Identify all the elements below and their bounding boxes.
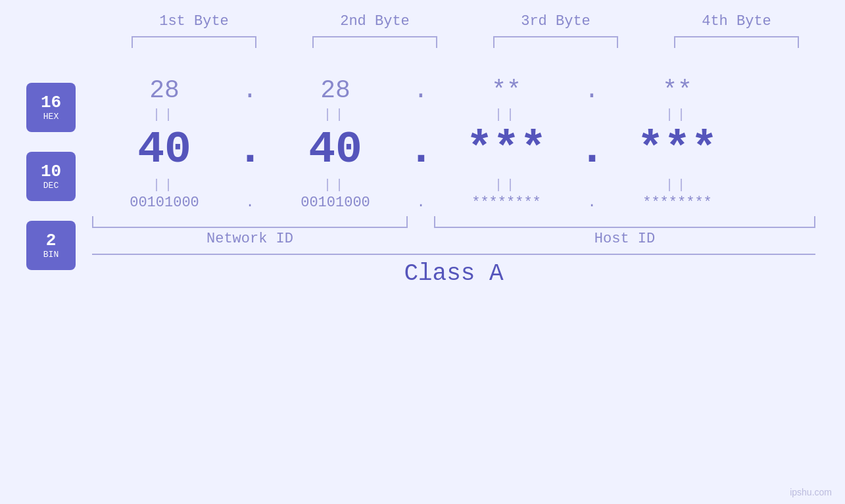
byte-headers: 1st Byte 2nd Byte 3rd Byte 4th Byte bbox=[104, 13, 827, 30]
dec-dot2: . bbox=[408, 124, 434, 175]
bin-byte2: 00101000 bbox=[263, 195, 408, 211]
dec-dot3: . bbox=[579, 124, 605, 175]
host-id-bracket bbox=[434, 216, 815, 228]
dec-badge: 10 DEC bbox=[26, 152, 76, 201]
hex-num: 16 bbox=[41, 93, 61, 112]
hex-byte1: 28 bbox=[92, 76, 237, 104]
class-label: Class A bbox=[92, 260, 815, 287]
hex-byte4: ** bbox=[605, 76, 750, 104]
class-divider bbox=[92, 254, 815, 255]
dec-row: 40 . 40 . *** . *** bbox=[92, 124, 845, 175]
byte4-header: 4th Byte bbox=[664, 13, 809, 30]
dec-byte3: *** bbox=[434, 124, 579, 175]
sep1-b1: || bbox=[92, 107, 237, 122]
bracket-byte1 bbox=[132, 36, 256, 48]
hex-byte2: 28 bbox=[263, 76, 408, 104]
hex-dot2: . bbox=[408, 76, 434, 104]
dec-label: DEC bbox=[43, 181, 59, 191]
sep2-b2: || bbox=[263, 177, 408, 193]
dec-byte1: 40 bbox=[92, 124, 237, 175]
sep2-b1: || bbox=[92, 177, 237, 193]
hex-row: 28 . 28 . ** . ** bbox=[92, 76, 845, 104]
dec-byte4: *** bbox=[605, 124, 750, 175]
sep-row-1: || || || || bbox=[92, 104, 845, 124]
dec-num: 10 bbox=[41, 162, 61, 181]
byte3-header: 3rd Byte bbox=[483, 13, 628, 30]
main-container: 1st Byte 2nd Byte 3rd Byte 4th Byte 16 H… bbox=[0, 0, 845, 504]
bracket-byte3 bbox=[493, 36, 618, 48]
top-brackets bbox=[104, 36, 827, 48]
main-rows-wrapper: 16 HEX 10 DEC 2 BIN 28 . 28 bbox=[0, 64, 845, 287]
hex-dot3: . bbox=[579, 76, 605, 104]
bin-byte4: ******** bbox=[605, 195, 750, 211]
byte2-header: 2nd Byte bbox=[302, 13, 447, 30]
network-id-label: Network ID bbox=[92, 231, 408, 247]
hex-dot1: . bbox=[237, 76, 263, 104]
sep-row-2: || || || || bbox=[92, 175, 845, 195]
dec-byte2: 40 bbox=[263, 124, 408, 175]
hex-label: HEX bbox=[43, 112, 59, 122]
sep1-b2: || bbox=[263, 107, 408, 122]
byte1-header: 1st Byte bbox=[122, 13, 266, 30]
dec-dot1: . bbox=[237, 124, 263, 175]
sep2-b3: || bbox=[434, 177, 579, 193]
host-id-label: Host ID bbox=[434, 231, 815, 247]
bin-dot3: . bbox=[579, 195, 605, 211]
bracket-byte4 bbox=[674, 36, 799, 48]
bin-byte1: 00101000 bbox=[92, 195, 237, 211]
bin-byte3: ******** bbox=[434, 195, 579, 211]
watermark: ipshu.com bbox=[790, 487, 832, 497]
sep2-b4: || bbox=[605, 177, 750, 193]
hex-byte3: ** bbox=[434, 76, 579, 104]
sep1-b3: || bbox=[434, 107, 579, 122]
bin-dot2: . bbox=[408, 195, 434, 211]
bin-num: 2 bbox=[46, 231, 57, 250]
hex-badge: 16 HEX bbox=[26, 83, 76, 132]
bin-badge: 2 BIN bbox=[26, 221, 76, 270]
network-id-bracket bbox=[92, 216, 408, 228]
bracket-byte2 bbox=[312, 36, 437, 48]
bin-label: BIN bbox=[43, 250, 59, 260]
bin-row: 00101000 . 00101000 . ******** . *******… bbox=[92, 195, 845, 211]
left-badges: 16 HEX 10 DEC 2 BIN bbox=[0, 64, 92, 287]
right-content: 28 . 28 . ** . ** || || || || 40 bbox=[92, 64, 845, 287]
sep1-b4: || bbox=[605, 107, 750, 122]
bin-dot1: . bbox=[237, 195, 263, 211]
